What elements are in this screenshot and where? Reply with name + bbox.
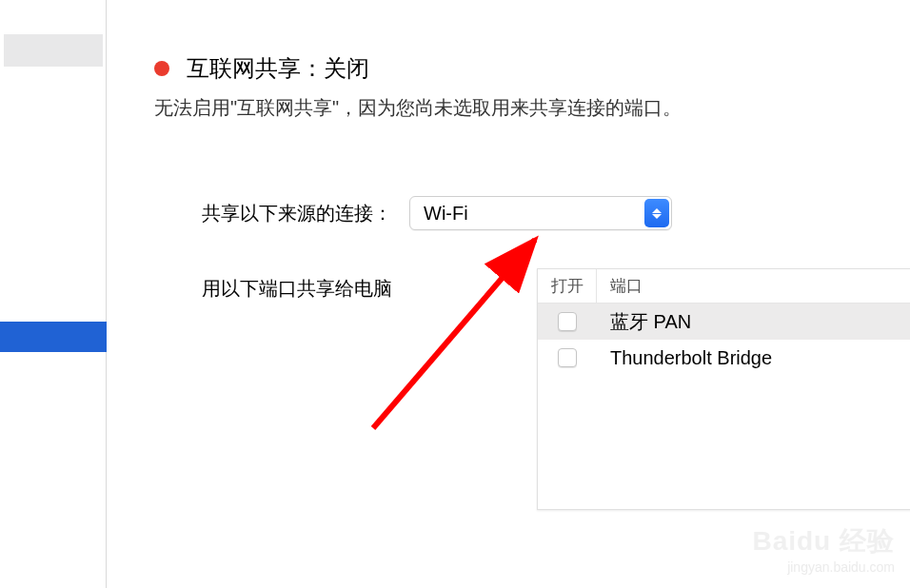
checkbox-cell bbox=[538, 312, 597, 331]
sidebar bbox=[0, 0, 107, 588]
checkbox[interactable] bbox=[558, 348, 577, 367]
list-item[interactable]: Thunderbolt Bridge bbox=[538, 340, 910, 376]
checkbox[interactable] bbox=[558, 312, 577, 331]
source-dropdown[interactable]: Wi-Fi bbox=[409, 196, 672, 230]
watermark-brand: Baidu 经验 bbox=[752, 523, 895, 559]
source-dropdown-value: Wi-Fi bbox=[424, 203, 468, 225]
watermark-link: jingyan.baidu.com bbox=[752, 559, 895, 575]
ports-label: 用以下端口共享给电脑 bbox=[202, 276, 392, 302]
chevron-down-icon bbox=[652, 214, 662, 219]
ports-list: 打开 端口 蓝牙 PAN Thunderbolt Bridge bbox=[537, 268, 910, 510]
page-title: 互联网共享：关闭 bbox=[187, 53, 369, 84]
sidebar-item-selected[interactable] bbox=[0, 322, 107, 352]
ports-row: 用以下端口共享给电脑 bbox=[202, 276, 392, 302]
source-row: 共享以下来源的连接： Wi-Fi bbox=[202, 196, 672, 230]
header-open: 打开 bbox=[538, 269, 597, 303]
status-dot-icon bbox=[154, 61, 169, 76]
list-header: 打开 端口 bbox=[538, 269, 910, 304]
watermark: Baidu 经验 jingyan.baidu.com bbox=[752, 523, 895, 575]
port-name: Thunderbolt Bridge bbox=[597, 347, 772, 369]
checkbox-cell bbox=[538, 348, 597, 367]
status-header: 互联网共享：关闭 bbox=[154, 53, 369, 84]
sidebar-item[interactable] bbox=[4, 34, 103, 67]
list-item[interactable]: 蓝牙 PAN bbox=[538, 304, 910, 340]
header-port: 端口 bbox=[597, 275, 643, 297]
status-description: 无法启用"互联网共享"，因为您尚未选取用来共享连接的端口。 bbox=[154, 95, 682, 121]
port-name: 蓝牙 PAN bbox=[597, 309, 691, 335]
dropdown-arrows-icon bbox=[644, 199, 669, 227]
source-label: 共享以下来源的连接： bbox=[202, 201, 392, 226]
chevron-up-icon bbox=[652, 208, 662, 213]
svg-line-1 bbox=[373, 240, 535, 428]
main-panel: 互联网共享：关闭 无法启用"互联网共享"，因为您尚未选取用来共享连接的端口。 共… bbox=[107, 0, 910, 588]
